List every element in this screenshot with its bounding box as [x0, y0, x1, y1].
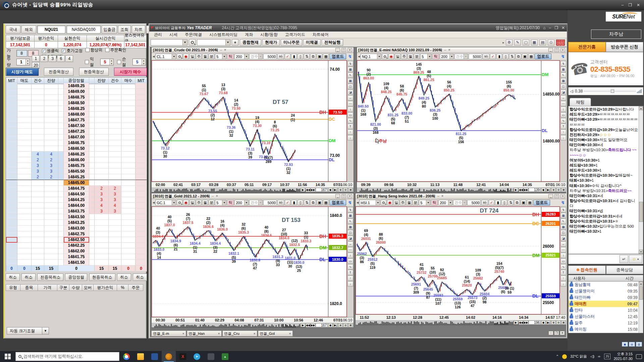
book-cell[interactable]	[58, 203, 64, 208]
monitor-icon[interactable]: ▢	[523, 40, 529, 46]
book-cell[interactable]	[58, 226, 64, 231]
book-cell[interactable]	[89, 231, 95, 237]
mit-sell-cell[interactable]	[6, 95, 17, 100]
stop-loss-stepper[interactable]: 5▲▼	[132, 59, 146, 65]
volume-icon[interactable]: ▮	[496, 54, 502, 59]
mit-buy-cell[interactable]	[136, 186, 147, 191]
mit-sell-cell[interactable]	[6, 174, 17, 180]
price-cell[interactable]: 14846.00	[64, 157, 89, 163]
home-icon[interactable]: ⌂	[543, 25, 545, 30]
menu-계좌[interactable]: 계좌	[245, 32, 253, 38]
mit-sell-cell[interactable]	[6, 140, 17, 146]
mit-sell-cell[interactable]	[6, 231, 17, 237]
mit-buy-cell[interactable]	[136, 100, 147, 106]
book-cell[interactable]	[32, 243, 44, 248]
quick-종합현재[interactable]: 종합현재	[240, 39, 261, 46]
book-cell[interactable]	[95, 123, 109, 129]
book-cell[interactable]	[121, 248, 136, 254]
book-cell[interactable]	[32, 180, 44, 186]
chat-input-row[interactable]: ↵ ☺▼	[568, 254, 643, 264]
book-cell[interactable]	[95, 214, 109, 220]
mic-icon[interactable]: ⌯	[598, 354, 601, 359]
copy-icon[interactable]: ⧉	[310, 54, 316, 59]
candle-style-icon[interactable]: ✓	[285, 54, 290, 59]
mit-buy-cell[interactable]	[136, 191, 147, 197]
candle-style-icon[interactable]: ✓	[285, 200, 290, 205]
user-list-item[interactable]: 선물마스터12:45	[569, 313, 639, 320]
ask-qty[interactable]: 3	[44, 163, 58, 169]
book-cell[interactable]	[109, 214, 121, 220]
book-cell[interactable]	[17, 220, 32, 226]
book-cell[interactable]	[32, 254, 44, 260]
chart-tool-icon[interactable]: ↔	[347, 241, 353, 247]
user-list-item[interactable]: 동남활제08:48	[569, 282, 639, 288]
menu-시황/동향[interactable]: 시황/동향	[260, 32, 277, 38]
book-cell[interactable]	[58, 220, 64, 226]
chart-tool-icon[interactable]: ▭	[560, 112, 566, 118]
book-cell[interactable]	[121, 208, 136, 214]
book-cell[interactable]	[17, 248, 32, 254]
book-cell[interactable]	[89, 254, 95, 260]
book-cell[interactable]	[89, 140, 95, 146]
book-cell[interactable]	[44, 237, 58, 243]
book-cell[interactable]	[32, 129, 44, 134]
step-forward-icon[interactable]: ▶▶	[311, 323, 315, 327]
take-profit-checkbox[interactable]	[85, 60, 89, 64]
period-day-button[interactable]: 일	[190, 54, 195, 59]
chart-tool-icon[interactable]: ↑	[560, 276, 566, 281]
book-cell[interactable]	[32, 248, 44, 254]
tray-chevron-icon[interactable]: ⌃	[556, 354, 559, 359]
chart-tool-icon[interactable]: ◪	[560, 236, 566, 241]
chat-message-list[interactable]: 향상수익으로마감<10:29>감사합니다레드우드<10:29>ㅉㅉㅉㅉㅉㅉㅉㅉ태…	[569, 106, 639, 254]
book-cell[interactable]	[32, 123, 44, 129]
chart-titlebar[interactable]: [3010] 연결_Gold 2021.12 - 200틱⇔✕ _ □ ×	[152, 193, 354, 199]
mit-sell-cell[interactable]	[6, 146, 17, 152]
mit-buy-cell[interactable]	[136, 260, 147, 265]
book-cell[interactable]	[109, 112, 121, 117]
book-cell[interactable]	[17, 254, 32, 260]
book-cell[interactable]	[95, 106, 109, 112]
close-icon[interactable]: ×	[347, 48, 352, 52]
price-cell[interactable]: 14844.00	[64, 203, 89, 208]
book-cell[interactable]	[58, 197, 64, 203]
book-cell[interactable]	[17, 112, 32, 117]
book-cell[interactable]	[44, 89, 58, 95]
send-icon[interactable]: ↵	[620, 255, 628, 263]
book-cell[interactable]	[109, 146, 121, 152]
step-back-icon[interactable]: ◀◀	[519, 320, 523, 324]
book-cell[interactable]	[95, 117, 109, 123]
bid-qty[interactable]: 4	[109, 203, 121, 208]
favorite-icon[interactable]: ◉	[388, 54, 394, 59]
symbol-combo[interactable]: GC.1▼	[155, 200, 176, 205]
book-cell[interactable]	[109, 134, 121, 140]
price-cell[interactable]: 14843.00	[64, 226, 89, 231]
mit-buy-cell[interactable]	[136, 112, 147, 117]
copy-icon[interactable]: ⧉	[514, 200, 520, 205]
chart-tool-icon[interactable]: ↖	[560, 219, 566, 224]
chart-tool-icon[interactable]: ◪	[347, 236, 353, 241]
bid-count[interactable]	[89, 197, 95, 203]
save-icon[interactable]: ▣	[317, 200, 322, 205]
app-gray-icon[interactable]	[204, 351, 218, 362]
book-cell[interactable]	[32, 220, 44, 226]
chart-canvas[interactable]: 840.50(1)16890(2)863.00821.00(3)168109(4…	[357, 60, 541, 182]
guide-icon[interactable]: ✎	[514, 40, 521, 46]
book-cell[interactable]	[58, 231, 64, 237]
time-axis[interactable]: 11:5212:1312:2812:4514:0214:1614:3414:57…	[356, 314, 566, 320]
market-buy-button[interactable]: 시장가 매수	[114, 68, 147, 76]
book-cell[interactable]	[58, 254, 64, 260]
book-cell[interactable]	[44, 214, 58, 220]
chart-tool-icon[interactable]: ↕	[560, 107, 566, 112]
book-cell[interactable]	[58, 129, 64, 134]
mit-buy-cell[interactable]	[136, 83, 147, 89]
book-cell[interactable]	[32, 203, 44, 208]
chart-scrollbar[interactable]: ▶ ◀◀ ▶▶ 196 ◆ ▶| ⊕ ⊖ ⊠	[356, 320, 566, 325]
close-icon[interactable]: ⊠	[561, 320, 566, 324]
mit-sell-cell[interactable]	[6, 186, 17, 191]
book-cell[interactable]	[89, 95, 95, 100]
volume-icon[interactable]: ▮	[291, 200, 297, 205]
volume-slider[interactable]	[584, 91, 636, 92]
book-cell[interactable]	[121, 243, 136, 248]
mit-sell-cell[interactable]	[6, 243, 17, 248]
chart-tool-icon[interactable]: ▩	[560, 224, 566, 230]
